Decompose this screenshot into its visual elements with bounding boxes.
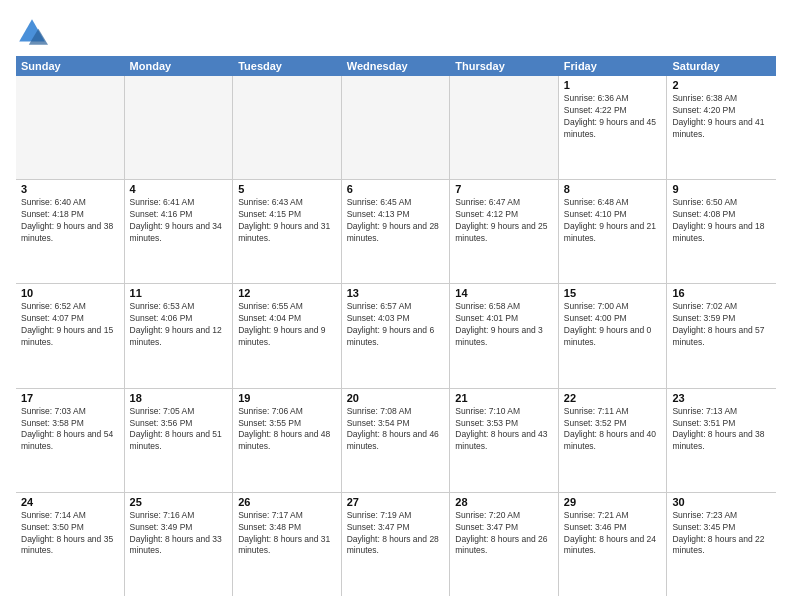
header-day-sunday: Sunday (16, 56, 125, 76)
day-cell-21: 21Sunrise: 7:10 AM Sunset: 3:53 PM Dayli… (450, 389, 559, 492)
day-info: Sunrise: 7:11 AM Sunset: 3:52 PM Dayligh… (564, 406, 662, 454)
day-info: Sunrise: 6:38 AM Sunset: 4:20 PM Dayligh… (672, 93, 771, 141)
day-cell-7: 7Sunrise: 6:47 AM Sunset: 4:12 PM Daylig… (450, 180, 559, 283)
day-cell-28: 28Sunrise: 7:20 AM Sunset: 3:47 PM Dayli… (450, 493, 559, 596)
day-cell-12: 12Sunrise: 6:55 AM Sunset: 4:04 PM Dayli… (233, 284, 342, 387)
calendar-row-4: 24Sunrise: 7:14 AM Sunset: 3:50 PM Dayli… (16, 493, 776, 596)
day-cell-20: 20Sunrise: 7:08 AM Sunset: 3:54 PM Dayli… (342, 389, 451, 492)
day-cell-22: 22Sunrise: 7:11 AM Sunset: 3:52 PM Dayli… (559, 389, 668, 492)
day-number: 19 (238, 392, 336, 404)
day-cell-24: 24Sunrise: 7:14 AM Sunset: 3:50 PM Dayli… (16, 493, 125, 596)
day-info: Sunrise: 7:06 AM Sunset: 3:55 PM Dayligh… (238, 406, 336, 454)
page: SundayMondayTuesdayWednesdayThursdayFrid… (0, 0, 792, 612)
day-number: 29 (564, 496, 662, 508)
day-cell-13: 13Sunrise: 6:57 AM Sunset: 4:03 PM Dayli… (342, 284, 451, 387)
day-info: Sunrise: 6:40 AM Sunset: 4:18 PM Dayligh… (21, 197, 119, 245)
day-number: 15 (564, 287, 662, 299)
day-info: Sunrise: 7:13 AM Sunset: 3:51 PM Dayligh… (672, 406, 771, 454)
day-info: Sunrise: 6:36 AM Sunset: 4:22 PM Dayligh… (564, 93, 662, 141)
day-cell-16: 16Sunrise: 7:02 AM Sunset: 3:59 PM Dayli… (667, 284, 776, 387)
day-info: Sunrise: 7:21 AM Sunset: 3:46 PM Dayligh… (564, 510, 662, 558)
day-cell-30: 30Sunrise: 7:23 AM Sunset: 3:45 PM Dayli… (667, 493, 776, 596)
calendar-row-3: 17Sunrise: 7:03 AM Sunset: 3:58 PM Dayli… (16, 389, 776, 493)
empty-cell (342, 76, 451, 179)
day-number: 21 (455, 392, 553, 404)
calendar-header: SundayMondayTuesdayWednesdayThursdayFrid… (16, 56, 776, 76)
header-day-friday: Friday (559, 56, 668, 76)
day-number: 30 (672, 496, 771, 508)
day-info: Sunrise: 7:00 AM Sunset: 4:00 PM Dayligh… (564, 301, 662, 349)
day-cell-1: 1Sunrise: 6:36 AM Sunset: 4:22 PM Daylig… (559, 76, 668, 179)
header-day-monday: Monday (125, 56, 234, 76)
day-cell-10: 10Sunrise: 6:52 AM Sunset: 4:07 PM Dayli… (16, 284, 125, 387)
day-cell-5: 5Sunrise: 6:43 AM Sunset: 4:15 PM Daylig… (233, 180, 342, 283)
day-cell-2: 2Sunrise: 6:38 AM Sunset: 4:20 PM Daylig… (667, 76, 776, 179)
day-number: 4 (130, 183, 228, 195)
logo (16, 16, 52, 48)
day-number: 11 (130, 287, 228, 299)
day-cell-23: 23Sunrise: 7:13 AM Sunset: 3:51 PM Dayli… (667, 389, 776, 492)
day-cell-9: 9Sunrise: 6:50 AM Sunset: 4:08 PM Daylig… (667, 180, 776, 283)
day-info: Sunrise: 6:53 AM Sunset: 4:06 PM Dayligh… (130, 301, 228, 349)
day-cell-3: 3Sunrise: 6:40 AM Sunset: 4:18 PM Daylig… (16, 180, 125, 283)
day-number: 26 (238, 496, 336, 508)
header-day-saturday: Saturday (667, 56, 776, 76)
day-number: 28 (455, 496, 553, 508)
day-info: Sunrise: 6:41 AM Sunset: 4:16 PM Dayligh… (130, 197, 228, 245)
day-cell-19: 19Sunrise: 7:06 AM Sunset: 3:55 PM Dayli… (233, 389, 342, 492)
day-info: Sunrise: 6:55 AM Sunset: 4:04 PM Dayligh… (238, 301, 336, 349)
calendar: SundayMondayTuesdayWednesdayThursdayFrid… (16, 56, 776, 596)
empty-cell (125, 76, 234, 179)
day-cell-17: 17Sunrise: 7:03 AM Sunset: 3:58 PM Dayli… (16, 389, 125, 492)
day-number: 18 (130, 392, 228, 404)
day-info: Sunrise: 7:14 AM Sunset: 3:50 PM Dayligh… (21, 510, 119, 558)
day-info: Sunrise: 6:50 AM Sunset: 4:08 PM Dayligh… (672, 197, 771, 245)
day-number: 6 (347, 183, 445, 195)
day-number: 8 (564, 183, 662, 195)
day-number: 12 (238, 287, 336, 299)
day-cell-8: 8Sunrise: 6:48 AM Sunset: 4:10 PM Daylig… (559, 180, 668, 283)
day-number: 10 (21, 287, 119, 299)
day-info: Sunrise: 7:17 AM Sunset: 3:48 PM Dayligh… (238, 510, 336, 558)
day-cell-18: 18Sunrise: 7:05 AM Sunset: 3:56 PM Dayli… (125, 389, 234, 492)
day-cell-15: 15Sunrise: 7:00 AM Sunset: 4:00 PM Dayli… (559, 284, 668, 387)
day-number: 16 (672, 287, 771, 299)
day-info: Sunrise: 7:10 AM Sunset: 3:53 PM Dayligh… (455, 406, 553, 454)
day-info: Sunrise: 6:58 AM Sunset: 4:01 PM Dayligh… (455, 301, 553, 349)
logo-icon (16, 16, 48, 48)
day-info: Sunrise: 7:19 AM Sunset: 3:47 PM Dayligh… (347, 510, 445, 558)
header-day-tuesday: Tuesday (233, 56, 342, 76)
day-number: 14 (455, 287, 553, 299)
day-number: 22 (564, 392, 662, 404)
day-number: 17 (21, 392, 119, 404)
calendar-body: 1Sunrise: 6:36 AM Sunset: 4:22 PM Daylig… (16, 76, 776, 596)
day-number: 13 (347, 287, 445, 299)
day-cell-14: 14Sunrise: 6:58 AM Sunset: 4:01 PM Dayli… (450, 284, 559, 387)
day-info: Sunrise: 7:20 AM Sunset: 3:47 PM Dayligh… (455, 510, 553, 558)
day-info: Sunrise: 6:47 AM Sunset: 4:12 PM Dayligh… (455, 197, 553, 245)
day-cell-11: 11Sunrise: 6:53 AM Sunset: 4:06 PM Dayli… (125, 284, 234, 387)
day-number: 3 (21, 183, 119, 195)
day-cell-26: 26Sunrise: 7:17 AM Sunset: 3:48 PM Dayli… (233, 493, 342, 596)
day-number: 2 (672, 79, 771, 91)
day-number: 5 (238, 183, 336, 195)
day-info: Sunrise: 6:43 AM Sunset: 4:15 PM Dayligh… (238, 197, 336, 245)
day-info: Sunrise: 6:52 AM Sunset: 4:07 PM Dayligh… (21, 301, 119, 349)
day-info: Sunrise: 7:03 AM Sunset: 3:58 PM Dayligh… (21, 406, 119, 454)
day-number: 9 (672, 183, 771, 195)
day-number: 23 (672, 392, 771, 404)
day-cell-6: 6Sunrise: 6:45 AM Sunset: 4:13 PM Daylig… (342, 180, 451, 283)
header (16, 16, 776, 48)
day-info: Sunrise: 7:02 AM Sunset: 3:59 PM Dayligh… (672, 301, 771, 349)
empty-cell (16, 76, 125, 179)
day-number: 24 (21, 496, 119, 508)
day-cell-29: 29Sunrise: 7:21 AM Sunset: 3:46 PM Dayli… (559, 493, 668, 596)
day-number: 25 (130, 496, 228, 508)
day-number: 27 (347, 496, 445, 508)
calendar-row-1: 3Sunrise: 6:40 AM Sunset: 4:18 PM Daylig… (16, 180, 776, 284)
calendar-row-0: 1Sunrise: 6:36 AM Sunset: 4:22 PM Daylig… (16, 76, 776, 180)
calendar-row-2: 10Sunrise: 6:52 AM Sunset: 4:07 PM Dayli… (16, 284, 776, 388)
day-info: Sunrise: 7:05 AM Sunset: 3:56 PM Dayligh… (130, 406, 228, 454)
header-day-thursday: Thursday (450, 56, 559, 76)
day-cell-27: 27Sunrise: 7:19 AM Sunset: 3:47 PM Dayli… (342, 493, 451, 596)
